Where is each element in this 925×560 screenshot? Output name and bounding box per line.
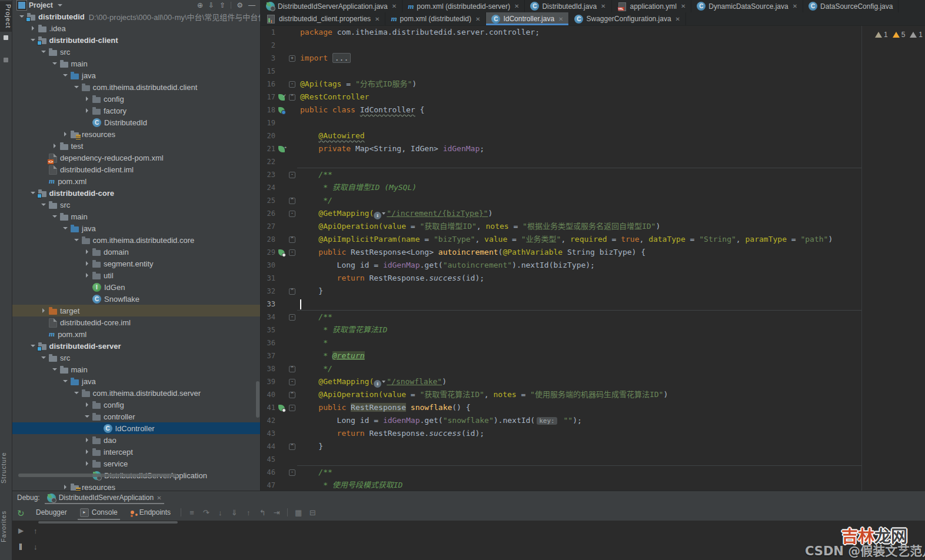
chevron-down-icon[interactable]	[82, 412, 92, 421]
fold-start-icon[interactable]: -	[289, 211, 295, 217]
chevron-down-icon[interactable]	[72, 388, 82, 398]
close-icon[interactable]: ✕	[558, 16, 563, 22]
close-icon[interactable]: ✕	[793, 3, 797, 9]
tree-row-factory[interactable]: factory	[12, 105, 260, 116]
code-line-32[interactable]: 32^ }	[261, 285, 925, 298]
code-line-43[interactable]: 43 return RestResponse.success(id);	[261, 427, 925, 440]
tree-row-snowflake[interactable]: CSnowflake	[12, 293, 260, 305]
tree-row-src[interactable]: src	[12, 199, 260, 211]
tree-row-src[interactable]: src	[12, 352, 260, 364]
tree-vertical-scrollbar[interactable]	[256, 381, 259, 418]
tree-row-controller[interactable]: controller	[12, 411, 260, 422]
spring-bean-checked-icon[interactable]	[278, 94, 285, 101]
inspections-widget[interactable]: 151	[875, 31, 923, 39]
fold-start-icon[interactable]: -	[289, 314, 295, 321]
chevron-down-icon[interactable]	[382, 212, 385, 215]
tree-row-intercept[interactable]: intercept	[12, 446, 260, 458]
weak-warning-indicator[interactable]: 1	[875, 31, 888, 39]
close-icon[interactable]: ✕	[392, 3, 397, 9]
close-icon[interactable]: ✕	[475, 16, 480, 22]
code-line-19[interactable]: 19	[261, 116, 925, 129]
close-icon[interactable]: ✕	[514, 3, 519, 9]
chevron-down-icon[interactable]	[50, 365, 60, 374]
fold-expand-icon[interactable]: +	[289, 55, 295, 62]
code-line-24[interactable]: 24 * 获取自增型ID (MySQL)	[261, 181, 925, 194]
tree-row-distributedid-client-iml[interactable]: distributedid-client.iml	[12, 164, 260, 175]
code-line-22[interactable]: 22	[261, 155, 925, 168]
spring-bean-icon[interactable]	[278, 249, 285, 256]
code-line-34[interactable]: 34- /**	[261, 311, 925, 324]
code-line-42[interactable]: 42 Long id = idGenMap.get("snowflake").n…	[261, 414, 925, 427]
fold-end-icon[interactable]: ^	[289, 236, 295, 243]
chevron-down-icon[interactable]	[39, 47, 49, 56]
code-line-21[interactable]: 21 private Map<String, IdGen> idGenMap;	[261, 142, 925, 155]
layout-settings-icon[interactable]: ⊟	[306, 508, 319, 517]
chevron-right-icon[interactable]	[61, 129, 71, 139]
close-icon[interactable]: ✕	[676, 16, 680, 22]
fold-end-icon[interactable]: ^	[289, 366, 295, 372]
close-icon[interactable]: ✕	[681, 3, 686, 9]
chevron-right-icon[interactable]	[82, 400, 92, 409]
fold-end-icon[interactable]: ^	[289, 444, 295, 450]
code-line-31[interactable]: 31 return RestResponse.success(id);	[261, 272, 925, 285]
fold-start-icon[interactable]: -	[289, 379, 295, 385]
chevron-down-icon[interactable]	[61, 224, 71, 233]
pause-icon[interactable]: ‖	[19, 542, 22, 552]
chevron-right-icon[interactable]	[82, 106, 92, 115]
chevron-down-icon[interactable]	[72, 235, 82, 245]
close-icon[interactable]: ✕	[157, 495, 161, 501]
tree-row-pom-xml[interactable]: mpom.xml	[12, 175, 260, 187]
weak-warning-indicator[interactable]: 1	[910, 31, 923, 39]
debug-tab-console[interactable]: ▸Console	[74, 504, 124, 521]
tree-row-com-itheima-distributedid-server[interactable]: com.itheima.distributedid.server	[12, 387, 260, 399]
drop-frame-icon[interactable]: ↰	[256, 508, 269, 517]
tree-row-target[interactable]: target	[12, 305, 260, 316]
code-line-28[interactable]: 28^ @ApiImplicitParam(name = "bizType", …	[261, 233, 925, 246]
code-line-16[interactable]: 16-@Api(tags = "分布式ID服务")	[261, 78, 925, 91]
chevron-down-icon[interactable]	[72, 82, 82, 92]
chevron-right-icon[interactable]	[82, 247, 92, 256]
fold-start-icon[interactable]: -	[289, 405, 295, 411]
chevron-right-icon[interactable]	[82, 94, 92, 104]
code-line-35[interactable]: 35 * 获取雪花算法ID	[261, 324, 925, 336]
step-over-icon[interactable]: ↷	[199, 508, 212, 517]
debug-console[interactable]: [${project.name}][${env:SERVER_PORT}] 20…	[12, 521, 925, 560]
code-line-2[interactable]: 2	[261, 39, 925, 52]
code-editor[interactable]: 1package com.itheima.distributedid.serve…	[261, 26, 925, 491]
resume-icon[interactable]: ▶	[18, 526, 24, 535]
settings-gear-icon[interactable]: ⚙	[237, 1, 243, 9]
tree-row-src[interactable]: src	[12, 46, 260, 58]
fold-end-icon[interactable]: ^	[289, 392, 295, 398]
chevron-down-icon[interactable]	[39, 353, 49, 362]
tree-horizontal-scrollbar[interactable]	[18, 474, 177, 477]
tree-row-service[interactable]: service	[12, 458, 260, 469]
code-line-47[interactable]: 47 * 使用号段模式获取ID	[261, 479, 925, 491]
chevron-right-icon[interactable]	[82, 459, 92, 468]
chevron-right-icon[interactable]	[82, 447, 92, 456]
code-line-18[interactable]: 18public class IdController {	[261, 104, 925, 116]
code-line-39[interactable]: 39- @GetMapping(↕"/snowflake")	[261, 375, 925, 388]
fold-end-icon[interactable]: ^	[289, 94, 295, 101]
code-line-46[interactable]: 46- /**	[261, 466, 925, 479]
chevron-down-icon[interactable]	[61, 71, 71, 80]
close-icon[interactable]: ✕	[601, 3, 605, 9]
tab-datasourceconfig-java[interactable]: CDataSourceConfig.java	[803, 0, 899, 12]
code-line-29[interactable]: 29- public RestResponse<Long> autoincrem…	[261, 246, 925, 259]
debug-tab-debugger[interactable]: Debugger	[30, 504, 73, 521]
tree-row-java[interactable]: java	[12, 375, 260, 387]
tree-row-resources[interactable]: resources	[12, 128, 260, 140]
chevron-down-icon[interactable]	[61, 376, 71, 386]
fold-start-icon[interactable]: -	[289, 469, 295, 476]
step-out-icon[interactable]: ↑	[242, 508, 255, 517]
tree-row-distributedid-core-iml[interactable]: distributedid-core.iml	[12, 316, 260, 328]
collapse-all-icon[interactable]: ⇧	[219, 1, 225, 9]
autowired-dependency-icon[interactable]	[278, 146, 285, 152]
tool-stripe-structure[interactable]: Structure	[0, 446, 12, 489]
tab-idcontroller-java[interactable]: CIdController.java✕	[486, 12, 569, 25]
tree-row-segment-entity[interactable]: segment.entity	[12, 258, 260, 269]
hide-panel-icon[interactable]: —	[248, 1, 255, 9]
url-mapping-icon[interactable]: ↕	[374, 380, 381, 388]
tree-row-idcontroller[interactable]: CIdController	[12, 422, 260, 434]
chevron-down-icon[interactable]	[382, 381, 385, 383]
code-line-41[interactable]: 41- public RestResponse snowflake() {	[261, 401, 925, 414]
